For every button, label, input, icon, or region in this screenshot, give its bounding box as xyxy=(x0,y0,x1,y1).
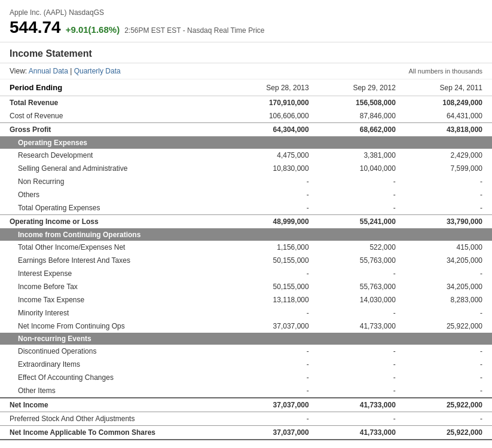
row-label: Non Recurring xyxy=(0,175,232,188)
price-info: 2:56PM EST EST - Nasdaq Real Time Price xyxy=(124,26,264,35)
view-options: View: Annual Data | Quarterly Data xyxy=(10,67,121,75)
table-row: Gross Profit64,304,00068,662,00043,818,0… xyxy=(0,123,492,137)
row-col1: 48,999,000 xyxy=(232,215,319,229)
row-col3: 8,283,000 xyxy=(405,293,492,306)
row-col3: 34,205,000 xyxy=(405,254,492,267)
row-col2: - xyxy=(319,371,405,384)
row-col3: 7,599,000 xyxy=(405,162,492,175)
table-row: Cost of Revenue106,606,00087,846,00064,4… xyxy=(0,109,492,123)
row-col3: 33,790,000 xyxy=(405,215,492,229)
col1-header: Sep 28, 2013 xyxy=(232,79,319,96)
row-col3: 415,000 xyxy=(405,241,492,254)
row-col3: - xyxy=(405,371,492,384)
income-statement-table: Period Ending Sep 28, 2013 Sep 29, 2012 … xyxy=(0,79,492,440)
row-col1: 106,606,000 xyxy=(232,109,319,123)
row-label: Total Other Income/Expenses Net xyxy=(0,241,232,254)
row-label: Gross Profit xyxy=(0,123,232,137)
row-col1: 37,037,000 xyxy=(232,320,319,333)
table-row: Discontinued Operations--- xyxy=(0,345,492,358)
row-col2: - xyxy=(319,175,405,188)
row-col2: 41,733,000 xyxy=(319,398,405,412)
table-row: Selling General and Administrative10,830… xyxy=(0,162,492,175)
row-col1: - xyxy=(232,306,319,320)
row-col3: - xyxy=(405,175,492,188)
row-col1: 170,910,000 xyxy=(232,96,319,110)
row-col1: - xyxy=(232,358,319,371)
row-label: Total Revenue xyxy=(0,96,232,110)
row-col2: 10,040,000 xyxy=(319,162,405,175)
row-label: Discontinued Operations xyxy=(0,345,232,358)
row-col2: - xyxy=(319,384,405,398)
note: All numbers in thousands xyxy=(408,67,482,75)
table-row: Extraordinary Items--- xyxy=(0,358,492,371)
row-col3: - xyxy=(405,201,492,215)
row-col1: 37,037,000 xyxy=(232,426,319,440)
table-row: Other Items--- xyxy=(0,384,492,398)
row-label: Net Income xyxy=(0,398,232,412)
table-row: Income Before Tax50,155,00055,763,00034,… xyxy=(0,280,492,293)
table-row: Net Income Applicable To Common Shares37… xyxy=(0,426,492,440)
section-title: Income Statement xyxy=(0,42,492,63)
row-col1: - xyxy=(232,371,319,384)
table-row: Income Tax Expense13,118,00014,030,0008,… xyxy=(0,293,492,306)
price-change: +9.01(1.68%) xyxy=(66,24,120,35)
row-col2: 522,000 xyxy=(319,241,405,254)
section-header-label: Income from Continuing Operations xyxy=(0,229,492,241)
stock-header: Apple Inc. (AAPL) NasdaqGS 544.74 +9.01(… xyxy=(0,0,492,42)
row-col2: 156,508,000 xyxy=(319,96,405,110)
row-col3: 25,922,000 xyxy=(405,398,492,412)
table-row: Total Other Income/Expenses Net1,156,000… xyxy=(0,241,492,254)
row-label: Cost of Revenue xyxy=(0,109,232,123)
view-row: View: Annual Data | Quarterly Data All n… xyxy=(0,63,492,79)
table-row: Preferred Stock And Other Adjustments--- xyxy=(0,412,492,426)
row-col3: - xyxy=(405,267,492,280)
row-col1: - xyxy=(232,345,319,358)
row-col2: 41,733,000 xyxy=(319,320,405,333)
annual-link[interactable]: Annual Data xyxy=(29,67,68,75)
row-col3: - xyxy=(405,188,492,201)
row-label: Minority Interest xyxy=(0,306,232,320)
row-label: Selling General and Administrative xyxy=(0,162,232,175)
row-col2: 55,763,000 xyxy=(319,280,405,293)
row-col2: - xyxy=(319,358,405,371)
row-label: Net Income From Continuing Ops xyxy=(0,320,232,333)
row-label: Income Before Tax xyxy=(0,280,232,293)
row-col2: - xyxy=(319,412,405,426)
row-col2: 14,030,000 xyxy=(319,293,405,306)
row-col1: 50,155,000 xyxy=(232,280,319,293)
table-row: Total Operating Expenses--- xyxy=(0,201,492,215)
stock-price: 544.74 xyxy=(10,18,61,37)
row-col3: - xyxy=(405,358,492,371)
table-row: Operating Expenses xyxy=(0,137,492,149)
row-col2: 68,662,000 xyxy=(319,123,405,137)
period-label: Period Ending xyxy=(0,79,232,96)
section-header-label: Operating Expenses xyxy=(0,137,492,149)
row-col2: 55,763,000 xyxy=(319,254,405,267)
row-col3: 43,818,000 xyxy=(405,123,492,137)
quarterly-link[interactable]: Quarterly Data xyxy=(74,67,121,75)
col2-header: Sep 29, 2012 xyxy=(319,79,405,96)
row-col2: 3,381,000 xyxy=(319,149,405,162)
table-row: Operating Income or Loss48,999,00055,241… xyxy=(0,215,492,229)
table-row: Net Income37,037,00041,733,00025,922,000 xyxy=(0,398,492,412)
table-row: Non Recurring--- xyxy=(0,175,492,188)
row-col1: 13,118,000 xyxy=(232,293,319,306)
row-col3: - xyxy=(405,412,492,426)
row-col1: - xyxy=(232,188,319,201)
row-col2: - xyxy=(319,345,405,358)
row-label: Preferred Stock And Other Adjustments xyxy=(0,412,232,426)
row-label: Others xyxy=(0,188,232,201)
row-col1: 1,156,000 xyxy=(232,241,319,254)
table-row: Total Revenue170,910,000156,508,000108,2… xyxy=(0,96,492,110)
row-label: Other Items xyxy=(0,384,232,398)
row-label: Extraordinary Items xyxy=(0,358,232,371)
row-col2: - xyxy=(319,201,405,215)
row-col1: 4,475,000 xyxy=(232,149,319,162)
row-col1: 50,155,000 xyxy=(232,254,319,267)
row-col2: 55,241,000 xyxy=(319,215,405,229)
row-label: Operating Income or Loss xyxy=(0,215,232,229)
row-col3: 25,922,000 xyxy=(405,426,492,440)
row-col1: - xyxy=(232,175,319,188)
table-body: Total Revenue170,910,000156,508,000108,2… xyxy=(0,96,492,440)
row-col3: 25,922,000 xyxy=(405,320,492,333)
